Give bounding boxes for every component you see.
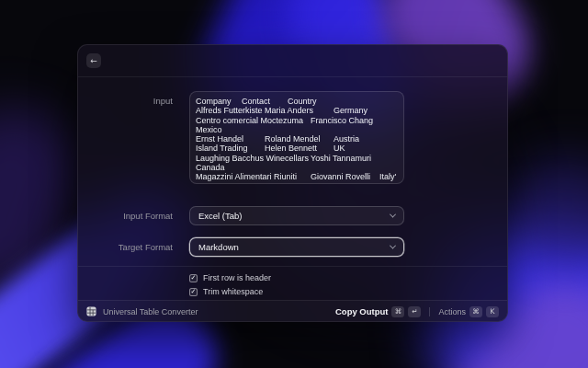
- back-button[interactable]: ←: [86, 53, 101, 68]
- checkbox-trim-whitespace[interactable]: ✓ Trim whitespace: [189, 286, 507, 297]
- input-format-value: Excel (Tab): [198, 211, 243, 221]
- input-row: Input Company Contact Country Alfreds Fu…: [78, 91, 507, 184]
- return-key-icon: ↵: [408, 306, 421, 317]
- input-textarea[interactable]: Company Contact Country Alfreds Futterki…: [189, 91, 404, 184]
- footer-actions: Copy Output ⌘ ↵ Actions ⌘ K: [335, 306, 499, 317]
- input-format-dropdown[interactable]: Excel (Tab): [189, 206, 404, 225]
- app-window: ← Input Company Contact Country Alfreds …: [77, 44, 508, 322]
- options-section: ✓ First row is header ✓ Trim whitespace: [78, 267, 507, 297]
- target-format-dropdown[interactable]: Markdown: [189, 237, 404, 257]
- k-key-icon: K: [486, 306, 499, 317]
- command-key-icon: ⌘: [391, 306, 404, 317]
- chevron-down-icon: [390, 243, 396, 249]
- target-format-label: Target Format: [78, 242, 173, 252]
- input-format-label: Input Format: [78, 211, 173, 221]
- target-format-row: Target Format Markdown: [78, 237, 507, 257]
- input-label: Input: [78, 91, 173, 106]
- checkbox-label: First row is header: [203, 273, 271, 282]
- footer-bar: Universal Table Converter Copy Output ⌘ …: [78, 300, 507, 322]
- target-format-value: Markdown: [198, 242, 239, 252]
- chevron-down-icon: [390, 212, 396, 218]
- actions-button[interactable]: Actions: [438, 307, 466, 316]
- form-body: Input Company Contact Country Alfreds Fu…: [78, 77, 507, 300]
- footer-divider: [429, 307, 430, 316]
- checkbox-box: ✓: [189, 274, 198, 282]
- table-app-icon: [86, 306, 96, 316]
- command-key-icon: ⌘: [469, 306, 482, 317]
- back-arrow-icon: ←: [90, 54, 97, 68]
- copy-output-button[interactable]: Copy Output: [335, 306, 389, 316]
- input-format-row: Input Format Excel (Tab): [78, 206, 507, 225]
- checkbox-box: ✓: [189, 288, 198, 296]
- checkbox-label: Trim whitespace: [203, 287, 263, 296]
- desktop-wallpaper: ← Input Company Contact Country Alfreds …: [0, 0, 588, 368]
- check-icon: ✓: [191, 275, 197, 282]
- app-title: Universal Table Converter: [103, 307, 198, 316]
- check-icon: ✓: [191, 289, 197, 295]
- checkbox-first-row-is-header[interactable]: ✓ First row is header: [189, 272, 507, 283]
- window-header: ←: [78, 45, 507, 77]
